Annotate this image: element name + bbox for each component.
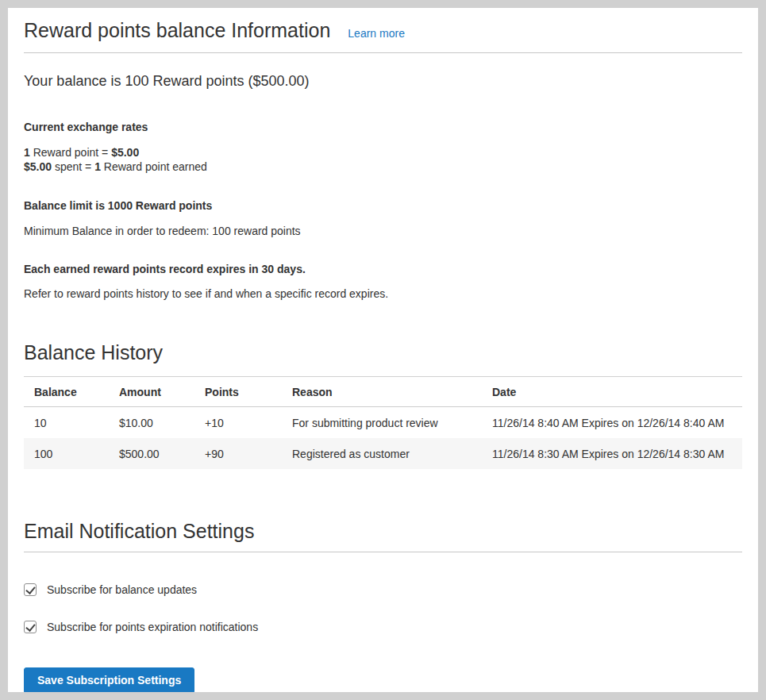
column-header-balance: Balance — [24, 377, 109, 407]
table-row: 100 $500.00 +90 Registered as customer 1… — [24, 438, 742, 469]
earn-rate-amount: $5.00 — [24, 160, 52, 173]
cell-points: +10 — [194, 407, 282, 439]
balance-limit-text: Balance limit is 1000 Reward points — [24, 199, 742, 212]
redeem-rate-line: 1 Reward point = $5.00 — [24, 145, 742, 160]
points-expiration-option: Subscribe for points expiration notifica… — [24, 621, 742, 633]
balance-summary: Your balance is 100 Reward points ($500.… — [24, 73, 742, 90]
expiration-text: Each earned reward points record expires… — [24, 263, 742, 275]
balance-history-table: Balance Amount Points Reason Date 10 $10… — [24, 376, 742, 469]
page-header: Reward points balance Information Learn … — [24, 19, 742, 53]
expiration-note-text: Refer to reward points history to see if… — [24, 287, 742, 300]
table-header-row: Balance Amount Points Reason Date — [24, 377, 742, 407]
cell-date: 11/26/14 8:40 AM Expires on 12/26/14 8:4… — [482, 407, 742, 439]
column-header-reason: Reason — [282, 377, 482, 407]
table-row: 10 $10.00 +10 For submitting product rev… — [24, 407, 742, 439]
cell-points: +90 — [194, 438, 282, 469]
balance-updates-checkbox[interactable] — [24, 583, 37, 596]
redeem-rate-text: Reward point = — [30, 146, 111, 159]
balance-history-heading: Balance History — [24, 341, 742, 364]
column-header-amount: Amount — [109, 377, 194, 407]
email-settings-header: Email Notification Settings — [24, 520, 742, 552]
exchange-rates-heading: Current exchange rates — [24, 121, 742, 133]
redeem-rate-points: 1 — [24, 146, 30, 159]
cell-balance: 100 — [24, 438, 109, 469]
points-expiration-checkbox[interactable] — [24, 621, 37, 633]
cell-reason: Registered as customer — [282, 438, 482, 469]
earn-rate-text-2: Reward point earned — [101, 160, 207, 173]
email-settings-heading: Email Notification Settings — [24, 520, 254, 542]
column-header-points: Points — [194, 377, 282, 407]
earn-rate-text-1: spent = — [52, 160, 94, 173]
balance-updates-option: Subscribe for balance updates — [24, 583, 742, 596]
minimum-balance-text: Minimum Balance in order to redeem: 100 … — [24, 225, 742, 237]
column-header-date: Date — [482, 377, 742, 407]
points-expiration-label[interactable]: Subscribe for points expiration notifica… — [47, 621, 258, 633]
exchange-rates-lines: 1 Reward point = $5.00 $5.00 spent = 1 R… — [24, 145, 742, 174]
cell-date: 11/26/14 8:30 AM Expires on 12/26/14 8:3… — [482, 438, 742, 469]
cell-amount: $10.00 — [109, 407, 194, 439]
page-title: Reward points balance Information — [24, 19, 330, 42]
earn-rate-line: $5.00 spent = 1 Reward point earned — [24, 160, 742, 174]
balance-updates-label[interactable]: Subscribe for balance updates — [47, 583, 197, 596]
save-subscription-settings-button[interactable]: Save Subscription Settings — [24, 667, 194, 692]
redeem-rate-amount: $5.00 — [111, 146, 139, 159]
reward-points-card: Reward points balance Information Learn … — [8, 8, 758, 692]
learn-more-link[interactable]: Learn more — [348, 27, 405, 40]
cell-balance: 10 — [24, 407, 109, 439]
cell-reason: For submitting product review — [282, 407, 482, 439]
earn-rate-points: 1 — [94, 160, 101, 173]
cell-amount: $500.00 — [109, 438, 194, 469]
